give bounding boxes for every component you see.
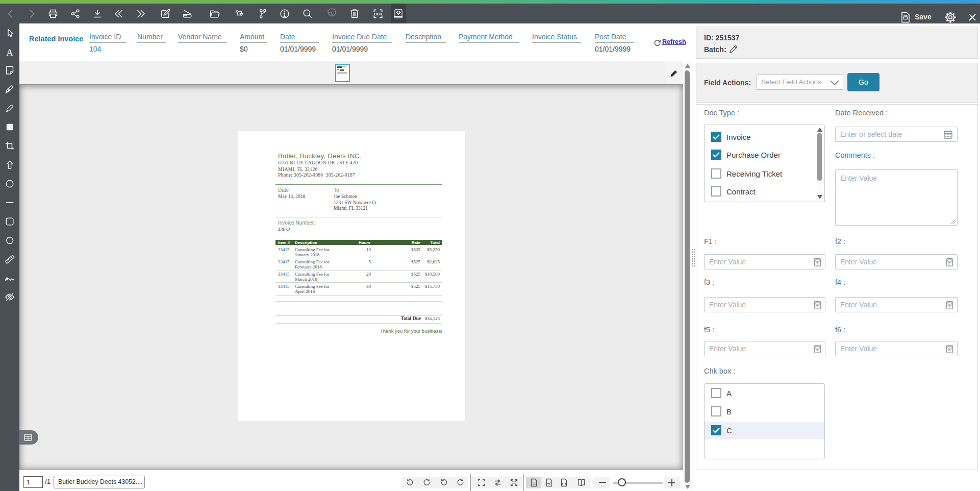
svg-text:OCR: OCR: [374, 11, 383, 16]
svg-text:A: A: [6, 47, 13, 58]
